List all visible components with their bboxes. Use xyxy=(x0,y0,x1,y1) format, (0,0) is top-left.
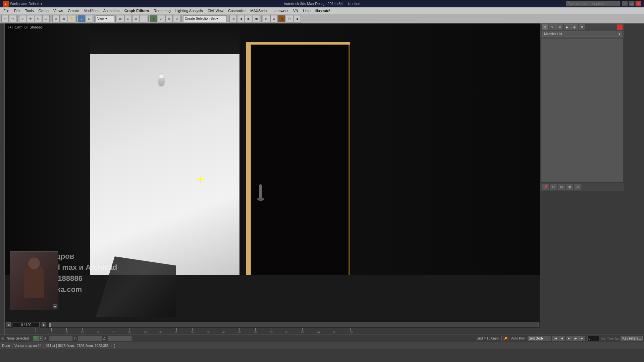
move-tool-button[interactable]: ✛ xyxy=(27,15,34,22)
far-right-panel xyxy=(624,23,644,335)
modify-tab[interactable]: ✎ xyxy=(549,24,556,30)
angle-snap-button[interactable]: A xyxy=(158,15,165,22)
pan-button[interactable]: ✋ xyxy=(68,15,75,22)
left-sidebar xyxy=(0,23,5,335)
timeline-nav-left[interactable]: ◀ xyxy=(6,322,11,327)
menu-group[interactable]: Group xyxy=(36,8,51,13)
menu-illustrate[interactable]: Illustrate! xyxy=(313,8,332,13)
x-input[interactable] xyxy=(49,336,72,341)
configure-sets-button[interactable]: ⚙ xyxy=(574,184,581,190)
pin-stack-button[interactable]: 📌 xyxy=(542,184,549,190)
remove-modifier-button[interactable]: 🗑 xyxy=(566,184,573,190)
current-frame-input[interactable] xyxy=(587,336,599,341)
stop-button[interactable]: ⏭ xyxy=(253,15,260,22)
redo-button[interactable]: ↪ xyxy=(9,15,16,22)
timeline-ruler: 0 5 10 15 20 xyxy=(5,328,540,335)
main-toolbar: ↩ ↪ ⊹ ✛ ↻ ⊡ ⊕ ⊞ ✋ L O View ▾ ⊠ ⊟ ⊞ ↔ S A… xyxy=(0,14,644,23)
undo-button[interactable]: ↩ xyxy=(1,15,9,22)
menu-file[interactable]: File xyxy=(1,8,11,13)
viewport[interactable]: [+] [Cam_0] [Shaded] Дмитрий Мудров Репе… xyxy=(5,23,540,322)
menu-civil-view[interactable]: Civil View xyxy=(206,8,225,13)
menu-help[interactable]: Help xyxy=(301,8,313,13)
mirror-button[interactable]: ⊟ xyxy=(124,15,132,22)
timeline-slider[interactable] xyxy=(49,322,539,327)
align-button[interactable]: ⊠ xyxy=(117,15,124,22)
search-input[interactable] xyxy=(566,1,620,6)
ruler-tick-15: 15 xyxy=(81,328,84,334)
color-swatch[interactable] xyxy=(617,24,623,30)
named-selection-dropdown[interactable]: Create Selection Set ▾ xyxy=(183,15,227,22)
menu-vn[interactable]: VN xyxy=(291,8,300,13)
snap-icon[interactable]: S xyxy=(33,336,38,341)
modifier-stack[interactable] xyxy=(541,38,623,182)
modifier-list-dropdown[interactable]: Modifier List ▾ xyxy=(542,32,622,37)
app-icon: 3 Workspace: Default ▾ xyxy=(3,1,42,7)
zoom-extents-button[interactable]: ⊞ xyxy=(60,15,67,22)
show-result-button[interactable]: ⊡ xyxy=(550,184,557,190)
menu-customize[interactable]: Customize xyxy=(226,8,248,13)
timeline-nav-right[interactable]: ▶ xyxy=(42,322,46,327)
go-to-end-button[interactable]: ▶| xyxy=(579,336,585,341)
menu-views[interactable]: Views xyxy=(51,8,65,13)
next-key-button[interactable]: |▶ xyxy=(573,336,579,341)
render-frame-button[interactable]: ⬡ xyxy=(286,15,293,22)
display-tab[interactable]: ◐ xyxy=(571,24,578,30)
snap-toggle-button[interactable]: S xyxy=(150,15,157,22)
close-button[interactable]: × xyxy=(635,1,641,6)
y-input[interactable] xyxy=(78,336,102,341)
rotate-tool-button[interactable]: ↻ xyxy=(35,15,42,22)
auto-key-label: Auto Key xyxy=(511,337,525,340)
minimize-button[interactable]: − xyxy=(622,1,628,6)
next-frame-button[interactable]: ▶ xyxy=(245,15,252,22)
play-anim-button[interactable]: ▶ xyxy=(566,336,572,341)
spacing-button[interactable]: ↔ xyxy=(140,15,147,22)
menu-create[interactable]: Create xyxy=(66,8,81,13)
selection-text: None Selected xyxy=(7,337,29,340)
prev-frame-button[interactable]: ◀ xyxy=(237,15,245,22)
select-tool-button[interactable]: ⊹ xyxy=(19,15,26,22)
utilities-tab[interactable]: ⚙ xyxy=(579,24,585,30)
object-button[interactable]: O xyxy=(86,15,93,22)
selected-mode-dropdown[interactable]: Selected ▾ xyxy=(528,336,551,341)
render-button[interactable]: ▷ xyxy=(263,15,270,22)
menu-modifiers[interactable]: Modifiers xyxy=(82,8,101,13)
percent-snap-button[interactable]: % xyxy=(165,15,173,22)
menu-animation[interactable]: Animation xyxy=(101,8,122,13)
active-shade-button[interactable]: ◑ xyxy=(293,15,301,22)
key-filters-button[interactable]: Key Filters... xyxy=(621,336,643,341)
go-to-start-button[interactable]: |◀ xyxy=(552,336,558,341)
menu-graph-editors[interactable]: Graph Editors xyxy=(122,8,151,13)
reference-coord-dropdown[interactable]: View ▾ xyxy=(96,15,114,22)
make-unique-button[interactable]: ⊠ xyxy=(558,184,565,190)
menu-tools[interactable]: Tools xyxy=(23,8,36,13)
ruler-tick-45: 45 xyxy=(175,328,178,334)
ruler-tick-0: 0 xyxy=(35,328,36,334)
ruler-tick-70: 70 xyxy=(254,328,257,334)
toolbar-separator-5 xyxy=(115,15,116,22)
viewport-container: [+] [Cam_0] [Shaded] Дмитрий Мудров Репе… xyxy=(5,23,540,335)
zoom-button[interactable]: ⊕ xyxy=(52,15,60,22)
z-input[interactable] xyxy=(108,336,131,341)
menu-edit[interactable]: Edit xyxy=(12,8,22,13)
timeline-thumb[interactable] xyxy=(49,323,51,327)
create-tab[interactable]: ⊕ xyxy=(542,24,548,30)
menu-lighting-analysis[interactable]: Lighting Analysis xyxy=(173,8,205,13)
menu-laubwerk[interactable]: Laubwerk xyxy=(270,8,290,13)
array-button[interactable]: ⊞ xyxy=(132,15,140,22)
layer-button[interactable]: L xyxy=(78,15,85,22)
play-button[interactable]: ⏮ xyxy=(229,15,237,22)
spinner-snap-button[interactable]: ⊙ xyxy=(173,15,180,22)
set-key-button[interactable]: 🔑 xyxy=(503,336,508,341)
menu-rendering[interactable]: Rendering xyxy=(152,8,173,13)
maximize-button[interactable]: □ xyxy=(629,1,635,6)
material-editor-button[interactable]: M xyxy=(278,15,285,22)
menu-maxscript[interactable]: MAXScript xyxy=(248,8,270,13)
scale-tool-button[interactable]: ⊡ xyxy=(42,15,50,22)
door-handle xyxy=(256,184,266,211)
prev-key-button[interactable]: ◀| xyxy=(559,336,565,341)
hierarchy-tab[interactable]: ⊞ xyxy=(556,24,563,30)
door-inner-surface xyxy=(251,45,348,275)
render-setup-button[interactable]: ⚙ xyxy=(270,15,278,22)
coord-info-text: 011 at [-8625,0mm, -7605,2mm, 1023,383mm… xyxy=(46,344,115,348)
motion-tab[interactable]: ▶ xyxy=(564,24,571,30)
